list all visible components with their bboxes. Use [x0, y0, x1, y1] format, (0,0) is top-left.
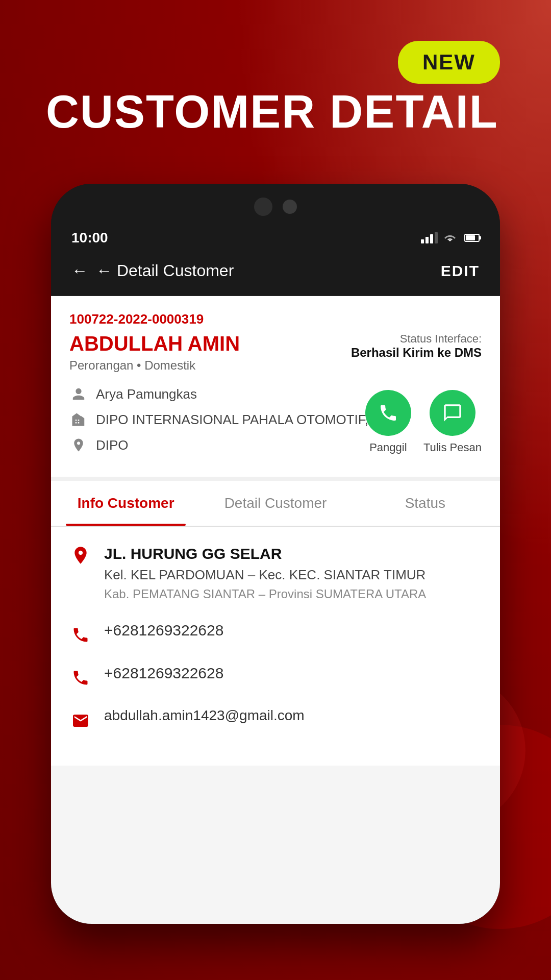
tab-info-customer[interactable]: Info Customer: [51, 481, 201, 526]
customer-name: ABDULLAH AMIN: [69, 332, 240, 355]
address-text: JL. HURUNG GG SELAR Kel. KEL PARDOMUAN –…: [104, 542, 426, 603]
phone2-icon: [69, 667, 92, 689]
tab-detail-customer[interactable]: Detail Customer: [201, 481, 350, 526]
phone2-text: +6281269322628: [104, 665, 223, 682]
address-line2: Kel. KEL PARDOMUAN – Kec. KEC. SIANTAR T…: [104, 565, 426, 585]
header-left: ← ← Detail Customer: [71, 261, 234, 280]
call-label: Panggil: [369, 441, 407, 454]
email-icon: [69, 709, 92, 732]
status-bar: 10:00: [51, 225, 500, 251]
tab-status[interactable]: Status: [350, 481, 500, 526]
phone1-text: +6281269322628: [104, 622, 223, 639]
tabs-container: Info Customer Detail Customer Status: [51, 481, 500, 527]
message-action[interactable]: Tulis Pesan: [423, 390, 482, 454]
person-icon: [69, 385, 88, 403]
status-value: Berhasil Kirim ke DMS: [351, 346, 482, 360]
building-icon: [69, 410, 88, 429]
camera-secondary: [283, 200, 297, 214]
call-action[interactable]: Panggil: [365, 390, 411, 454]
store-icon: [69, 436, 88, 454]
action-buttons: Panggil Tulis Pesan: [365, 390, 482, 454]
battery-icon: [464, 234, 480, 242]
phone-mockup: 10:00 ← ← Detail Customer: [51, 184, 500, 924]
address-row: JL. HURUNG GG SELAR Kel. KEL PARDOMUAN –…: [69, 542, 482, 603]
wifi-icon: [443, 232, 457, 243]
company-name: DIPO INTERNASIONAL PAHALA OTOMOTIF, PT: [96, 412, 389, 428]
status-time: 10:00: [71, 230, 108, 246]
address-line1: JL. HURUNG GG SELAR: [104, 542, 426, 565]
back-arrow-icon[interactable]: ←: [71, 261, 88, 280]
phone2-row: +6281269322628: [69, 665, 482, 689]
customer-card: 100722-2022-0000319 ABDULLAH AMIN Perora…: [51, 296, 500, 481]
phone1-row: +6281269322628: [69, 622, 482, 646]
email-row: abdullah.amin1423@gmail.com: [69, 707, 482, 732]
edit-button[interactable]: EDIT: [441, 262, 480, 280]
content-area: 100722-2022-0000319 ABDULLAH AMIN Perora…: [51, 296, 500, 924]
new-badge: NEW: [398, 41, 500, 84]
customer-id: 100722-2022-0000319: [69, 311, 482, 327]
customer-header: ABDULLAH AMIN Perorangan • Domestik Stat…: [69, 332, 482, 373]
message-button[interactable]: [430, 390, 475, 436]
status-icons: [421, 232, 480, 243]
email-text: abdullah.amin1423@gmail.com: [104, 707, 305, 724]
call-button[interactable]: [365, 390, 411, 436]
phone-top-bar: [51, 184, 500, 225]
status-interface: Status Interface: Berhasil Kirim ke DMS: [351, 332, 482, 360]
location-icon: [69, 544, 92, 567]
header-title: ← Detail Customer: [96, 261, 234, 280]
app-header: ← ← Detail Customer EDIT: [51, 251, 500, 296]
page-title: CUSTOMER DETAIL: [46, 87, 498, 137]
agent-name: Arya Pamungkas: [96, 386, 197, 402]
message-label: Tulis Pesan: [423, 441, 482, 454]
phone1-icon: [69, 624, 92, 646]
status-label: Status Interface:: [351, 332, 482, 346]
branch-name: DIPO: [96, 437, 129, 453]
camera-main: [254, 198, 272, 216]
info-section: JL. HURUNG GG SELAR Kel. KEL PARDOMUAN –…: [51, 527, 500, 766]
signal-icon: [421, 232, 438, 243]
customer-type: Perorangan • Domestik: [69, 358, 240, 373]
address-line3: Kab. PEMATANG SIANTAR – Provinsi SUMATER…: [104, 585, 426, 603]
